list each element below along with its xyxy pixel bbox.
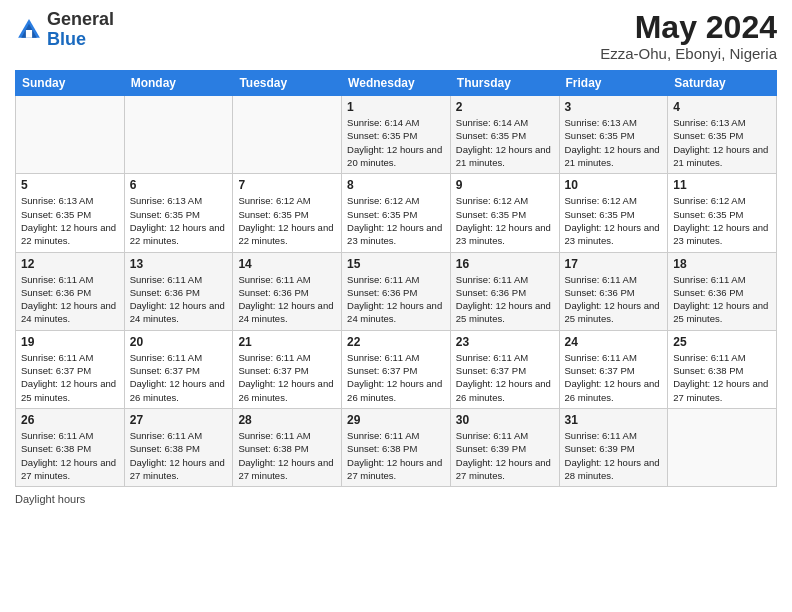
day-info: Sunrise: 6:11 AM Sunset: 6:38 PM Dayligh…: [21, 429, 119, 482]
day-number: 2: [456, 100, 554, 114]
calendar-header-row: Sunday Monday Tuesday Wednesday Thursday…: [16, 71, 777, 96]
day-number: 16: [456, 257, 554, 271]
calendar-cell-w4-d5: 31Sunrise: 6:11 AM Sunset: 6:39 PM Dayli…: [559, 408, 668, 486]
calendar-cell-w1-d6: 11Sunrise: 6:12 AM Sunset: 6:35 PM Dayli…: [668, 174, 777, 252]
daylight-hours-label: Daylight hours: [15, 493, 777, 505]
day-number: 5: [21, 178, 119, 192]
day-info: Sunrise: 6:11 AM Sunset: 6:36 PM Dayligh…: [673, 273, 771, 326]
day-number: 27: [130, 413, 228, 427]
logo: General Blue: [15, 10, 114, 50]
calendar-cell-w0-d3: 1Sunrise: 6:14 AM Sunset: 6:35 PM Daylig…: [342, 96, 451, 174]
day-info: Sunrise: 6:11 AM Sunset: 6:38 PM Dayligh…: [347, 429, 445, 482]
day-info: Sunrise: 6:11 AM Sunset: 6:36 PM Dayligh…: [456, 273, 554, 326]
day-number: 19: [21, 335, 119, 349]
day-number: 14: [238, 257, 336, 271]
day-info: Sunrise: 6:11 AM Sunset: 6:37 PM Dayligh…: [130, 351, 228, 404]
day-number: 8: [347, 178, 445, 192]
logo-text: General Blue: [47, 10, 114, 50]
day-number: 22: [347, 335, 445, 349]
day-info: Sunrise: 6:11 AM Sunset: 6:36 PM Dayligh…: [565, 273, 663, 326]
col-saturday: Saturday: [668, 71, 777, 96]
calendar-cell-w1-d2: 7Sunrise: 6:12 AM Sunset: 6:35 PM Daylig…: [233, 174, 342, 252]
col-sunday: Sunday: [16, 71, 125, 96]
calendar-cell-w1-d4: 9Sunrise: 6:12 AM Sunset: 6:35 PM Daylig…: [450, 174, 559, 252]
calendar-cell-w3-d3: 22Sunrise: 6:11 AM Sunset: 6:37 PM Dayli…: [342, 330, 451, 408]
day-number: 10: [565, 178, 663, 192]
calendar-cell-w0-d6: 4Sunrise: 6:13 AM Sunset: 6:35 PM Daylig…: [668, 96, 777, 174]
day-number: 26: [21, 413, 119, 427]
location: Ezza-Ohu, Ebonyi, Nigeria: [600, 45, 777, 62]
day-number: 3: [565, 100, 663, 114]
day-number: 31: [565, 413, 663, 427]
day-info: Sunrise: 6:11 AM Sunset: 6:39 PM Dayligh…: [456, 429, 554, 482]
calendar-cell-w1-d3: 8Sunrise: 6:12 AM Sunset: 6:35 PM Daylig…: [342, 174, 451, 252]
day-number: 1: [347, 100, 445, 114]
calendar-cell-w0-d4: 2Sunrise: 6:14 AM Sunset: 6:35 PM Daylig…: [450, 96, 559, 174]
day-info: Sunrise: 6:11 AM Sunset: 6:36 PM Dayligh…: [130, 273, 228, 326]
calendar-cell-w3-d2: 21Sunrise: 6:11 AM Sunset: 6:37 PM Dayli…: [233, 330, 342, 408]
day-info: Sunrise: 6:13 AM Sunset: 6:35 PM Dayligh…: [21, 194, 119, 247]
calendar-cell-w2-d5: 17Sunrise: 6:11 AM Sunset: 6:36 PM Dayli…: [559, 252, 668, 330]
day-number: 29: [347, 413, 445, 427]
day-number: 4: [673, 100, 771, 114]
calendar-week-row-3: 19Sunrise: 6:11 AM Sunset: 6:37 PM Dayli…: [16, 330, 777, 408]
calendar-cell-w2-d2: 14Sunrise: 6:11 AM Sunset: 6:36 PM Dayli…: [233, 252, 342, 330]
month-year: May 2024: [600, 10, 777, 45]
calendar-cell-w4-d4: 30Sunrise: 6:11 AM Sunset: 6:39 PM Dayli…: [450, 408, 559, 486]
calendar-cell-w3-d0: 19Sunrise: 6:11 AM Sunset: 6:37 PM Dayli…: [16, 330, 125, 408]
day-info: Sunrise: 6:13 AM Sunset: 6:35 PM Dayligh…: [130, 194, 228, 247]
day-info: Sunrise: 6:11 AM Sunset: 6:36 PM Dayligh…: [238, 273, 336, 326]
calendar-cell-w0-d2: [233, 96, 342, 174]
day-info: Sunrise: 6:11 AM Sunset: 6:36 PM Dayligh…: [21, 273, 119, 326]
svg-rect-2: [26, 30, 32, 38]
day-info: Sunrise: 6:12 AM Sunset: 6:35 PM Dayligh…: [347, 194, 445, 247]
title-block: May 2024 Ezza-Ohu, Ebonyi, Nigeria: [600, 10, 777, 62]
day-number: 13: [130, 257, 228, 271]
col-wednesday: Wednesday: [342, 71, 451, 96]
day-info: Sunrise: 6:11 AM Sunset: 6:37 PM Dayligh…: [565, 351, 663, 404]
col-friday: Friday: [559, 71, 668, 96]
calendar-cell-w2-d3: 15Sunrise: 6:11 AM Sunset: 6:36 PM Dayli…: [342, 252, 451, 330]
day-info: Sunrise: 6:11 AM Sunset: 6:37 PM Dayligh…: [456, 351, 554, 404]
day-number: 12: [21, 257, 119, 271]
day-number: 23: [456, 335, 554, 349]
calendar-cell-w3-d5: 24Sunrise: 6:11 AM Sunset: 6:37 PM Dayli…: [559, 330, 668, 408]
day-number: 17: [565, 257, 663, 271]
calendar-week-row-1: 5Sunrise: 6:13 AM Sunset: 6:35 PM Daylig…: [16, 174, 777, 252]
day-info: Sunrise: 6:11 AM Sunset: 6:39 PM Dayligh…: [565, 429, 663, 482]
day-number: 20: [130, 335, 228, 349]
calendar-cell-w2-d4: 16Sunrise: 6:11 AM Sunset: 6:36 PM Dayli…: [450, 252, 559, 330]
day-info: Sunrise: 6:13 AM Sunset: 6:35 PM Dayligh…: [673, 116, 771, 169]
day-number: 24: [565, 335, 663, 349]
day-number: 21: [238, 335, 336, 349]
day-info: Sunrise: 6:12 AM Sunset: 6:35 PM Dayligh…: [565, 194, 663, 247]
day-info: Sunrise: 6:14 AM Sunset: 6:35 PM Dayligh…: [347, 116, 445, 169]
day-info: Sunrise: 6:11 AM Sunset: 6:36 PM Dayligh…: [347, 273, 445, 326]
calendar-week-row-0: 1Sunrise: 6:14 AM Sunset: 6:35 PM Daylig…: [16, 96, 777, 174]
day-info: Sunrise: 6:14 AM Sunset: 6:35 PM Dayligh…: [456, 116, 554, 169]
day-number: 15: [347, 257, 445, 271]
calendar-cell-w1-d5: 10Sunrise: 6:12 AM Sunset: 6:35 PM Dayli…: [559, 174, 668, 252]
calendar-cell-w3-d6: 25Sunrise: 6:11 AM Sunset: 6:38 PM Dayli…: [668, 330, 777, 408]
calendar-cell-w4-d0: 26Sunrise: 6:11 AM Sunset: 6:38 PM Dayli…: [16, 408, 125, 486]
day-info: Sunrise: 6:13 AM Sunset: 6:35 PM Dayligh…: [565, 116, 663, 169]
day-number: 30: [456, 413, 554, 427]
day-info: Sunrise: 6:11 AM Sunset: 6:38 PM Dayligh…: [130, 429, 228, 482]
calendar-cell-w4-d1: 27Sunrise: 6:11 AM Sunset: 6:38 PM Dayli…: [124, 408, 233, 486]
day-info: Sunrise: 6:12 AM Sunset: 6:35 PM Dayligh…: [238, 194, 336, 247]
calendar-week-row-4: 26Sunrise: 6:11 AM Sunset: 6:38 PM Dayli…: [16, 408, 777, 486]
day-number: 28: [238, 413, 336, 427]
header: General Blue May 2024 Ezza-Ohu, Ebonyi, …: [15, 10, 777, 62]
calendar-week-row-2: 12Sunrise: 6:11 AM Sunset: 6:36 PM Dayli…: [16, 252, 777, 330]
calendar-table: Sunday Monday Tuesday Wednesday Thursday…: [15, 70, 777, 487]
calendar-cell-w4-d2: 28Sunrise: 6:11 AM Sunset: 6:38 PM Dayli…: [233, 408, 342, 486]
day-number: 9: [456, 178, 554, 192]
logo-icon: [15, 16, 43, 44]
calendar-cell-w0-d0: [16, 96, 125, 174]
calendar-cell-w4-d6: [668, 408, 777, 486]
day-info: Sunrise: 6:11 AM Sunset: 6:37 PM Dayligh…: [347, 351, 445, 404]
calendar-cell-w0-d1: [124, 96, 233, 174]
day-info: Sunrise: 6:11 AM Sunset: 6:38 PM Dayligh…: [673, 351, 771, 404]
page: General Blue May 2024 Ezza-Ohu, Ebonyi, …: [0, 0, 792, 612]
day-number: 11: [673, 178, 771, 192]
